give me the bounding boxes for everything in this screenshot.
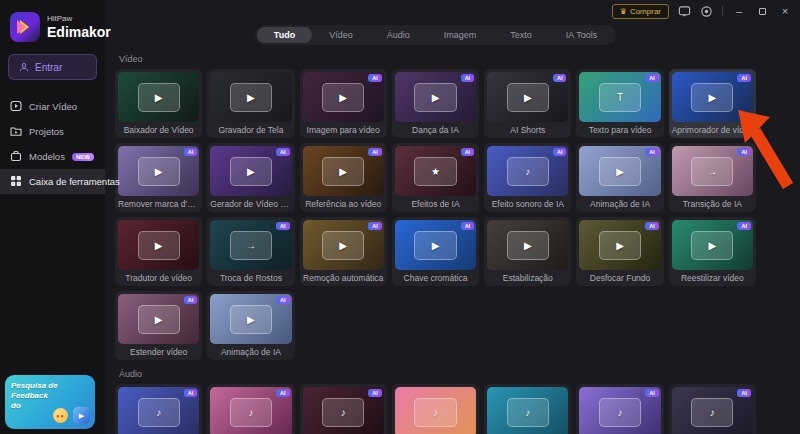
tool-thumbnail: ♪AI — [210, 387, 291, 434]
tool-card-label: Animação de IA — [576, 196, 663, 212]
thumbnail-glyph-icon: ▶ — [616, 240, 624, 251]
tab-video[interactable]: Vídeo — [312, 27, 370, 43]
tool-card-aprimorador-de-video[interactable]: ▶AIAprimorador de vídeo — [669, 69, 756, 138]
thumbnail-glyph-icon: ♪ — [525, 407, 530, 418]
settings-gear-icon[interactable] — [700, 5, 713, 18]
tool-card-label: Chave cromática — [392, 270, 479, 286]
ai-badge: AI — [737, 222, 751, 230]
tool-card-animacao-de-ia[interactable]: ▶AIAnimação de IA — [576, 143, 663, 212]
tool-card-label: Desfocar Fundo — [576, 270, 663, 286]
thumbnail-glyph-icon: ▶ — [524, 92, 532, 103]
sidebar-item-label: Projetos — [29, 126, 64, 137]
tool-card-imagem-para-video[interactable]: ▶AIImagem para vídeo — [300, 69, 387, 138]
thumbnail-glyph-icon: ▶ — [155, 166, 163, 177]
tool-card-estabilizacao[interactable]: ▶Estabilização — [484, 217, 571, 286]
tool-card-efeito-sonoro-de-ia[interactable]: ♪AIEfeito sonoro de IA — [115, 384, 202, 434]
thumbnail-glyph-icon: ▶ — [339, 92, 347, 103]
tool-card-remocao-automatica[interactable]: ▶AIRemoção automática — [300, 217, 387, 286]
login-button[interactable]: Entrar — [8, 54, 97, 80]
thumbnail-frame: ▶ — [507, 231, 549, 260]
tool-card-gravador-de-tela[interactable]: ▶Gravador de Tela — [207, 69, 294, 138]
thumbnail-frame: ▶ — [138, 157, 180, 186]
thumbnail-frame: ♪ — [507, 398, 549, 427]
buy-button[interactable]: ♛ Comprar — [612, 4, 669, 19]
tool-thumbnail: ♪AI — [487, 146, 568, 196]
tool-card-ai-shorts[interactable]: ▶AIAI Shorts — [484, 69, 571, 138]
ai-badge: AI — [461, 148, 475, 156]
minimize-button[interactable]: – — [732, 0, 746, 22]
tab-audio[interactable]: Áudio — [370, 27, 427, 43]
tool-thumbnail: ▶ — [118, 220, 199, 270]
tool-card-label: Gravador de Tela — [207, 122, 294, 138]
tool-card-troca-de-rostos[interactable]: →AITroca de Rostos — [207, 217, 294, 286]
sidebar-item-caixa-de-ferramentas[interactable]: Caixa de ferramentas — [0, 169, 105, 194]
thumbnail-glyph-icon: ♪ — [710, 407, 715, 418]
tool-card-efeitos-de-voz[interactable]: ♪AIEfeitos de voz — [576, 384, 663, 434]
close-button[interactable]: × — [778, 0, 792, 22]
tool-thumbnail: ▶AI — [672, 220, 753, 270]
tool-thumbnail: ♪AI — [118, 387, 199, 434]
tool-card-referencia-ao-video[interactable]: ▶AIReferência ao vídeo — [300, 143, 387, 212]
brand-top-label: HitPaw — [47, 14, 111, 23]
tool-card-animacao-de-ia[interactable]: ▶AIAnimação de IA — [207, 291, 294, 360]
thumbnail-glyph-icon: ▶ — [339, 166, 347, 177]
thumbnail-frame: ▶ — [691, 83, 733, 112]
tab-texto[interactable]: Texto — [493, 27, 549, 43]
tool-card-label: AI Shorts — [484, 122, 571, 138]
feedback-survey-banner[interactable]: Pesquisa deFeedbackdo ♥♥ ▶ — [5, 375, 95, 429]
tool-thumbnail: ▶AI — [118, 146, 199, 196]
tool-thumbnail: ▶ — [118, 72, 199, 122]
thumbnail-frame: ▶ — [322, 157, 364, 186]
thumbnail-glyph-icon: → — [246, 240, 256, 251]
tool-thumbnail: ▶AI — [579, 146, 660, 196]
ai-badge: AI — [461, 74, 475, 82]
thumbnail-frame: ▶ — [322, 83, 364, 112]
tool-card-reducao-de-ruido[interactable]: ♪AIRedução de ruído — [669, 384, 756, 434]
thumbnail-frame: ♪ — [230, 398, 272, 427]
tool-card-removedor-vocal[interactable]: ♪AIRemovedor Vocal — [300, 384, 387, 434]
tab-ia-tools[interactable]: IA Tools — [549, 27, 614, 43]
thumbnail-glyph-icon: → — [707, 166, 717, 177]
tab-imagem[interactable]: Imagem — [427, 27, 494, 43]
feedback-message-icon[interactable] — [678, 5, 691, 18]
restore-icon — [759, 8, 766, 15]
tool-thumbnail: →AI — [210, 220, 291, 270]
tool-card-remover-marca-d-agua[interactable]: ▶AIRemover marca d'água — [115, 143, 202, 212]
thumbnail-frame: ♪ — [507, 157, 549, 186]
tool-card-downloader-de-audio[interactable]: ♪Downloader de Áudio — [392, 384, 479, 434]
tool-card-extrair-audio[interactable]: ♪Extrair áudio — [484, 384, 571, 434]
ai-badge: AI — [184, 389, 198, 397]
tool-card-danca-da-ia[interactable]: ▶AIDança da IA — [392, 69, 479, 138]
tool-thumbnail: ▶AI — [579, 220, 660, 270]
tool-card-label: Remover marca d'água — [115, 196, 202, 212]
tool-card-baixador-de-video[interactable]: ▶Baixador de Vídeo — [115, 69, 202, 138]
tab-tudo[interactable]: Tudo — [257, 27, 312, 43]
tool-card-label: Troca de Rostos — [207, 270, 294, 286]
ai-badge: AI — [276, 389, 290, 397]
sidebar-item-criar-video[interactable]: Criar Vídeo — [0, 94, 105, 119]
thumbnail-glyph-icon: ★ — [431, 166, 440, 177]
thumbnail-glyph-icon: T — [617, 92, 623, 103]
ai-badge: AI — [184, 296, 198, 304]
tool-card-efeitos-de-ia[interactable]: ★AIEfeitos de IA — [392, 143, 479, 212]
tool-card-efeito-sonoro-de-ia[interactable]: ♪AIEfeito sonoro de IA — [484, 143, 571, 212]
tool-card-chave-cromatica[interactable]: ▶AIChave cromática — [392, 217, 479, 286]
tool-card-reestilizar-video[interactable]: ▶AIReestilizar vídeo — [669, 217, 756, 286]
tool-card-desfocar-fundo[interactable]: ▶AIDesfocar Fundo — [576, 217, 663, 286]
tool-card-texto-para-video[interactable]: TAITexto para vídeo — [576, 69, 663, 138]
tool-card-transicao-de-ia[interactable]: →AITransição de IA — [669, 143, 756, 212]
tool-card-musica-de-ia[interactable]: ♪AIMúsica de IA — [207, 384, 294, 434]
tool-sections: Vídeo▶Baixador de Vídeo▶Gravador de Tela… — [115, 54, 756, 434]
ai-badge: AI — [276, 148, 290, 156]
thumbnail-frame: ▶ — [138, 83, 180, 112]
thumbnail-frame: ♪ — [691, 398, 733, 427]
user-icon — [19, 62, 29, 72]
sidebar-item-projetos[interactable]: Projetos — [0, 119, 105, 144]
thumbnail-frame: T — [599, 83, 641, 112]
restore-button[interactable] — [755, 0, 769, 22]
tool-card-estender-video[interactable]: ▶AIEstender vídeo — [115, 291, 202, 360]
tool-card-gerador-de-video-de-ia[interactable]: ▶AIGerador de Vídeo de IA — [207, 143, 294, 212]
sidebar-item-modelos[interactable]: ModelosNEW — [0, 144, 105, 169]
tool-card-label: Aprimorador de vídeo — [669, 122, 756, 138]
tool-card-tradutor-de-video[interactable]: ▶Tradutor de vídeo — [115, 217, 202, 286]
